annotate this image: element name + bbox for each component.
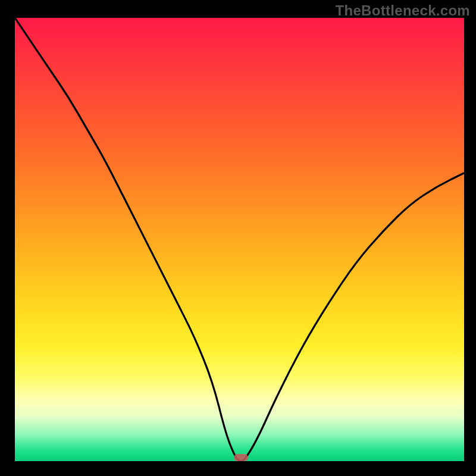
minimum-marker (234, 454, 248, 461)
bottleneck-curve (15, 18, 464, 461)
chart-frame: TheBottleneck.com (0, 0, 476, 476)
attribution-text: TheBottleneck.com (336, 2, 470, 19)
plot-area (15, 18, 464, 461)
